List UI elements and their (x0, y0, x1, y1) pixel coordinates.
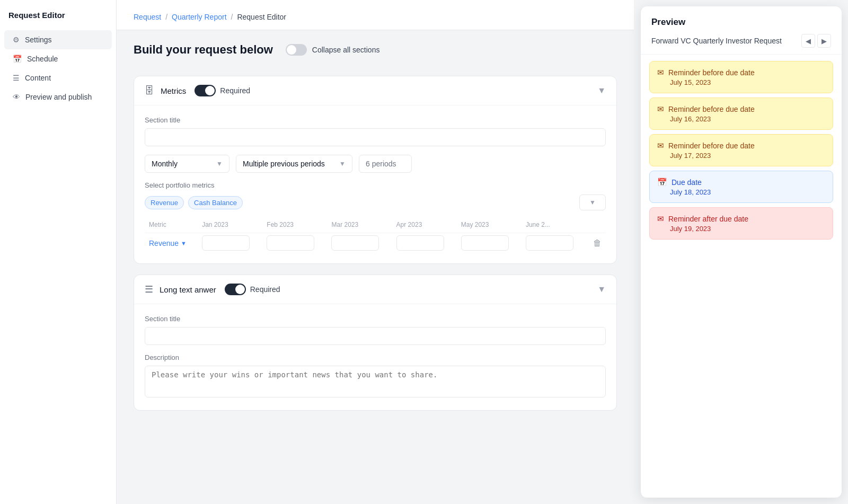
content-area: 🗄 Metrics Required ▼ Section title Month… (117, 67, 634, 438)
add-metric-dropdown[interactable]: ▼ (579, 194, 606, 210)
long-text-expand-icon[interactable]: ▼ (597, 285, 606, 294)
sidebar-item-content[interactable]: ☰ Content (4, 68, 112, 87)
long-text-type-label: Long text anwer (160, 285, 216, 294)
col-jan: Jan 2023 (198, 219, 262, 233)
calendar-icon: 📅 (13, 55, 22, 63)
reminder-before-2: ✉ Reminder before due date July 16, 2023 (649, 98, 833, 130)
sidebar-label-schedule: Schedule (27, 55, 58, 63)
metric-mar-input[interactable] (331, 235, 379, 251)
breadcrumb-request[interactable]: Request (134, 13, 161, 21)
periods-value: 6 periods (359, 155, 412, 173)
page-title: Build your request below (134, 43, 273, 57)
tag-revenue[interactable]: Revenue (145, 196, 184, 209)
collapse-toggle-area: Collapse all sections (286, 44, 380, 56)
long-text-section-body: Section title Highlights Description (134, 304, 616, 410)
col-jun: June 2... (522, 219, 586, 233)
preview-request-name: Forward VC Quarterly Investor Request (651, 37, 782, 45)
breadcrumb-editor: Request Editor (237, 13, 286, 21)
metrics-table: Metric Jan 2023 Feb 2023 Mar 2023 Apr 20… (145, 219, 606, 253)
metrics-title-input[interactable] (145, 128, 606, 146)
reminder-before-1: ✉ Reminder before due date July 15, 2023 (649, 61, 833, 93)
col-actions (586, 219, 606, 233)
settings-icon: ⚙ (13, 36, 20, 44)
reminder-before-1-date: July 15, 2023 (657, 78, 825, 86)
due-date-header: 📅 Due date (657, 178, 825, 187)
metric-apr-input[interactable] (396, 235, 444, 251)
sidebar-item-settings[interactable]: ⚙ Settings (4, 30, 112, 49)
sidebar-item-schedule[interactable]: 📅 Schedule (4, 49, 112, 68)
metric-jan-input[interactable] (202, 235, 250, 251)
metric-may-input[interactable] (461, 235, 509, 251)
calendar-due-icon: 📅 (657, 178, 667, 187)
highlights-title-input[interactable]: Highlights (145, 327, 606, 345)
list-icon: ☰ (13, 74, 20, 82)
period-selected-label: Monthly (152, 160, 178, 168)
preview-nav-arrows: ◀ ▶ (801, 34, 831, 48)
long-text-required-switch[interactable] (225, 284, 246, 295)
long-text-required-toggle: Required (225, 284, 280, 295)
prev-arrow-button[interactable]: ◀ (801, 34, 815, 48)
due-date-date: July 18, 2023 (657, 188, 825, 196)
metrics-select-row: Monthly ▼ Multiple previous periods ▼ 6 … (145, 155, 606, 173)
reminder-after-header: ✉ Reminder after due date (657, 214, 825, 224)
range-select[interactable]: Multiple previous periods ▼ (236, 155, 352, 173)
metrics-required-label: Required (220, 86, 250, 95)
col-apr: Apr 2023 (392, 219, 457, 233)
col-mar: Mar 2023 (327, 219, 392, 233)
sidebar-item-preview-publish[interactable]: 👁 Preview and publish (4, 87, 112, 107)
long-text-section-header: ☰ Long text anwer Required ▼ (134, 275, 616, 304)
mail-icon-1: ✉ (657, 68, 664, 77)
tag-cash-balance[interactable]: Cash Balance (188, 196, 243, 209)
metrics-section-body: Section title Monthly ▼ Multiple previou… (134, 105, 616, 263)
reminder-before-1-label: Reminder before due date (668, 68, 755, 77)
sidebar-label-content: Content (25, 74, 51, 82)
col-may: May 2023 (457, 219, 522, 233)
description-textarea[interactable] (145, 366, 606, 397)
metrics-section-card: 🗄 Metrics Required ▼ Section title Month… (134, 76, 617, 264)
due-date-item: 📅 Due date July 18, 2023 (649, 171, 833, 203)
breadcrumb: Request / Quarterly Report / Request Edi… (117, 0, 634, 30)
range-selected-label: Multiple previous periods (243, 160, 325, 168)
reminder-before-2-date: July 16, 2023 (657, 115, 825, 123)
mail-after-icon: ✉ (657, 214, 664, 224)
metric-name-revenue[interactable]: Revenue ▼ (149, 239, 193, 247)
collapse-toggle-switch[interactable] (286, 44, 307, 56)
long-text-title-label: Section title (145, 315, 606, 323)
metric-jun-input[interactable] (526, 235, 573, 251)
breadcrumb-sep-2: / (231, 13, 233, 21)
preview-title: Preview (651, 17, 831, 28)
metric-feb-input[interactable] (267, 235, 314, 251)
metrics-section-header: 🗄 Metrics Required ▼ (134, 76, 616, 105)
table-row: Revenue ▼ 🗑 (145, 233, 606, 253)
breadcrumb-sep-1: / (165, 13, 167, 21)
reminder-before-3-header: ✉ Reminder before due date (657, 141, 825, 151)
preview-header: Preview Forward VC Quarterly Investor Re… (641, 6, 842, 55)
sidebar-label-preview-publish: Preview and publish (25, 93, 92, 101)
reminder-after-date: July 19, 2023 (657, 225, 825, 233)
next-arrow-button[interactable]: ▶ (817, 34, 831, 48)
sidebar-label-settings: Settings (25, 36, 52, 44)
range-arrow-icon: ▼ (339, 160, 346, 167)
metrics-required-switch[interactable] (195, 85, 216, 96)
collapse-label: Collapse all sections (312, 46, 380, 54)
timeline: ✉ Reminder before due date July 15, 2023… (641, 55, 842, 246)
eye-icon: 👁 (13, 93, 20, 101)
period-select[interactable]: Monthly ▼ (145, 155, 229, 173)
mail-icon-3: ✉ (657, 141, 664, 151)
metrics-icon: 🗄 (145, 85, 154, 96)
reminder-before-3: ✉ Reminder before due date July 17, 2023 (649, 134, 833, 166)
mail-icon-2: ✉ (657, 104, 664, 114)
period-arrow-icon: ▼ (216, 160, 223, 167)
long-text-icon: ☰ (145, 284, 153, 295)
preview-nav: Forward VC Quarterly Investor Request ◀ … (651, 34, 831, 48)
reminder-after-label: Reminder after due date (668, 215, 748, 223)
delete-row-button[interactable]: 🗑 (586, 233, 606, 253)
page-header: Build your request below Collapse all se… (117, 30, 634, 67)
breadcrumb-quarterly[interactable]: Quarterly Report (172, 13, 226, 21)
metric-dropdown-icon: ▼ (181, 240, 187, 246)
description-label: Description (145, 353, 606, 361)
metrics-expand-icon[interactable]: ▼ (597, 86, 606, 95)
due-date-label: Due date (672, 178, 702, 187)
reminder-before-3-label: Reminder before due date (668, 142, 755, 150)
long-text-section-card: ☰ Long text anwer Required ▼ Section tit… (134, 275, 617, 411)
